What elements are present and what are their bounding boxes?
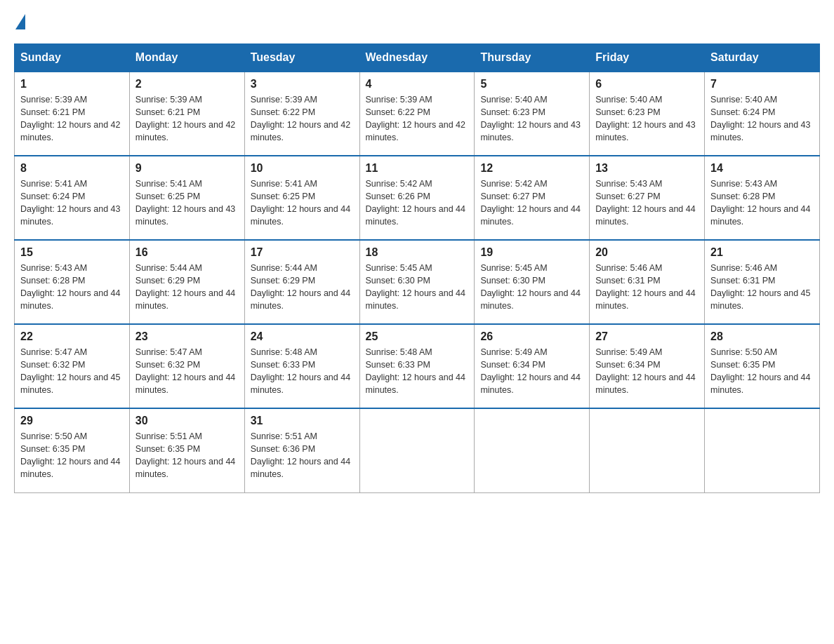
calendar-cell (475, 408, 590, 492)
day-number: 25 (366, 330, 469, 343)
day-number: 6 (595, 78, 699, 90)
calendar-cell: 26 Sunrise: 5:49 AMSunset: 6:34 PMDaylig… (475, 324, 590, 408)
calendar-cell: 27 Sunrise: 5:49 AMSunset: 6:34 PMDaylig… (590, 324, 705, 408)
calendar-cell: 28 Sunrise: 5:50 AMSunset: 6:35 PMDaylig… (705, 324, 820, 408)
day-info: Sunrise: 5:39 AMSunset: 6:22 PMDaylight:… (251, 95, 350, 142)
calendar-header-saturday: Saturday (705, 44, 820, 72)
day-number: 18 (366, 246, 469, 259)
day-number: 27 (595, 330, 699, 343)
day-info: Sunrise: 5:43 AMSunset: 6:28 PMDaylight:… (710, 179, 810, 227)
day-info: Sunrise: 5:51 AMSunset: 6:35 PMDaylight:… (135, 431, 235, 479)
day-info: Sunrise: 5:44 AMSunset: 6:29 PMDaylight:… (135, 263, 235, 311)
page-header (14, 14, 820, 29)
day-info: Sunrise: 5:41 AMSunset: 6:25 PMDaylight:… (251, 179, 350, 227)
day-info: Sunrise: 5:50 AMSunset: 6:35 PMDaylight:… (20, 431, 120, 479)
calendar-header-sunday: Sunday (15, 44, 130, 72)
calendar-header-row: SundayMondayTuesdayWednesdayThursdayFrid… (15, 44, 820, 72)
day-number: 31 (251, 415, 354, 427)
day-info: Sunrise: 5:47 AMSunset: 6:32 PMDaylight:… (20, 347, 120, 395)
calendar-cell: 29 Sunrise: 5:50 AMSunset: 6:35 PMDaylig… (15, 408, 130, 492)
calendar-cell: 6 Sunrise: 5:40 AMSunset: 6:23 PMDayligh… (590, 72, 705, 156)
day-info: Sunrise: 5:39 AMSunset: 6:21 PMDaylight:… (20, 95, 120, 142)
day-number: 21 (710, 246, 814, 259)
day-number: 12 (480, 162, 583, 175)
day-info: Sunrise: 5:47 AMSunset: 6:32 PMDaylight:… (135, 347, 235, 395)
calendar-week-row: 15 Sunrise: 5:43 AMSunset: 6:28 PMDaylig… (15, 240, 820, 324)
calendar-header-tuesday: Tuesday (244, 44, 359, 72)
calendar-cell: 18 Sunrise: 5:45 AMSunset: 6:30 PMDaylig… (359, 240, 475, 324)
day-number: 17 (251, 246, 354, 259)
calendar-header-friday: Friday (590, 44, 705, 72)
day-number: 2 (135, 78, 239, 90)
calendar-cell: 8 Sunrise: 5:41 AMSunset: 6:24 PMDayligh… (15, 156, 130, 240)
calendar-cell: 15 Sunrise: 5:43 AMSunset: 6:28 PMDaylig… (15, 240, 130, 324)
calendar-cell: 20 Sunrise: 5:46 AMSunset: 6:31 PMDaylig… (590, 240, 705, 324)
day-info: Sunrise: 5:40 AMSunset: 6:23 PMDaylight:… (480, 95, 580, 142)
day-info: Sunrise: 5:45 AMSunset: 6:30 PMDaylight:… (480, 263, 580, 311)
day-info: Sunrise: 5:39 AMSunset: 6:22 PMDaylight:… (366, 95, 465, 142)
day-info: Sunrise: 5:42 AMSunset: 6:26 PMDaylight:… (366, 179, 465, 227)
day-number: 19 (480, 246, 583, 259)
calendar-cell: 23 Sunrise: 5:47 AMSunset: 6:32 PMDaylig… (129, 324, 244, 408)
calendar-week-row: 8 Sunrise: 5:41 AMSunset: 6:24 PMDayligh… (15, 156, 820, 240)
day-info: Sunrise: 5:48 AMSunset: 6:33 PMDaylight:… (251, 347, 350, 395)
calendar-cell: 16 Sunrise: 5:44 AMSunset: 6:29 PMDaylig… (129, 240, 244, 324)
calendar-cell: 31 Sunrise: 5:51 AMSunset: 6:36 PMDaylig… (244, 408, 359, 492)
day-info: Sunrise: 5:51 AMSunset: 6:36 PMDaylight:… (251, 431, 350, 479)
day-info: Sunrise: 5:43 AMSunset: 6:27 PMDaylight:… (595, 179, 695, 227)
calendar-cell: 3 Sunrise: 5:39 AMSunset: 6:22 PMDayligh… (244, 72, 359, 156)
calendar-cell: 1 Sunrise: 5:39 AMSunset: 6:21 PMDayligh… (15, 72, 130, 156)
day-number: 11 (366, 162, 469, 175)
day-number: 23 (135, 330, 239, 343)
day-info: Sunrise: 5:40 AMSunset: 6:24 PMDaylight:… (710, 95, 810, 142)
day-info: Sunrise: 5:42 AMSunset: 6:27 PMDaylight:… (480, 179, 580, 227)
day-number: 29 (20, 415, 124, 427)
day-number: 5 (480, 78, 583, 90)
calendar-header-monday: Monday (129, 44, 244, 72)
calendar-header-thursday: Thursday (475, 44, 590, 72)
calendar-cell: 30 Sunrise: 5:51 AMSunset: 6:35 PMDaylig… (129, 408, 244, 492)
day-info: Sunrise: 5:46 AMSunset: 6:31 PMDaylight:… (710, 263, 810, 311)
calendar-cell: 4 Sunrise: 5:39 AMSunset: 6:22 PMDayligh… (359, 72, 475, 156)
day-info: Sunrise: 5:49 AMSunset: 6:34 PMDaylight:… (480, 347, 580, 395)
calendar-cell (705, 408, 820, 492)
day-number: 4 (366, 78, 469, 90)
day-info: Sunrise: 5:50 AMSunset: 6:35 PMDaylight:… (710, 347, 810, 395)
day-number: 7 (710, 78, 814, 90)
day-number: 14 (710, 162, 814, 175)
day-number: 30 (135, 415, 239, 427)
calendar-cell: 11 Sunrise: 5:42 AMSunset: 6:26 PMDaylig… (359, 156, 475, 240)
calendar-cell: 13 Sunrise: 5:43 AMSunset: 6:27 PMDaylig… (590, 156, 705, 240)
calendar-cell: 19 Sunrise: 5:45 AMSunset: 6:30 PMDaylig… (475, 240, 590, 324)
day-info: Sunrise: 5:49 AMSunset: 6:34 PMDaylight:… (595, 347, 695, 395)
calendar-cell: 21 Sunrise: 5:46 AMSunset: 6:31 PMDaylig… (705, 240, 820, 324)
day-info: Sunrise: 5:44 AMSunset: 6:29 PMDaylight:… (251, 263, 350, 311)
calendar-week-row: 22 Sunrise: 5:47 AMSunset: 6:32 PMDaylig… (15, 324, 820, 408)
calendar-cell: 5 Sunrise: 5:40 AMSunset: 6:23 PMDayligh… (475, 72, 590, 156)
logo-triangle-icon (15, 14, 25, 29)
day-info: Sunrise: 5:46 AMSunset: 6:31 PMDaylight:… (595, 263, 695, 311)
calendar-cell: 24 Sunrise: 5:48 AMSunset: 6:33 PMDaylig… (244, 324, 359, 408)
day-number: 20 (595, 246, 699, 259)
day-number: 3 (251, 78, 354, 90)
calendar-header-wednesday: Wednesday (359, 44, 475, 72)
day-info: Sunrise: 5:41 AMSunset: 6:25 PMDaylight:… (135, 179, 235, 227)
calendar-cell: 10 Sunrise: 5:41 AMSunset: 6:25 PMDaylig… (244, 156, 359, 240)
day-number: 1 (20, 78, 124, 90)
day-number: 8 (20, 162, 124, 175)
logo (14, 14, 27, 29)
day-info: Sunrise: 5:43 AMSunset: 6:28 PMDaylight:… (20, 263, 120, 311)
day-number: 15 (20, 246, 124, 259)
day-number: 22 (20, 330, 124, 343)
day-info: Sunrise: 5:45 AMSunset: 6:30 PMDaylight:… (366, 263, 465, 311)
calendar-cell: 22 Sunrise: 5:47 AMSunset: 6:32 PMDaylig… (15, 324, 130, 408)
day-number: 9 (135, 162, 239, 175)
calendar-cell: 25 Sunrise: 5:48 AMSunset: 6:33 PMDaylig… (359, 324, 475, 408)
calendar-cell: 17 Sunrise: 5:44 AMSunset: 6:29 PMDaylig… (244, 240, 359, 324)
calendar-cell: 14 Sunrise: 5:43 AMSunset: 6:28 PMDaylig… (705, 156, 820, 240)
day-number: 13 (595, 162, 699, 175)
calendar-cell (590, 408, 705, 492)
day-number: 16 (135, 246, 239, 259)
calendar-week-row: 1 Sunrise: 5:39 AMSunset: 6:21 PMDayligh… (15, 72, 820, 156)
calendar-cell: 9 Sunrise: 5:41 AMSunset: 6:25 PMDayligh… (129, 156, 244, 240)
